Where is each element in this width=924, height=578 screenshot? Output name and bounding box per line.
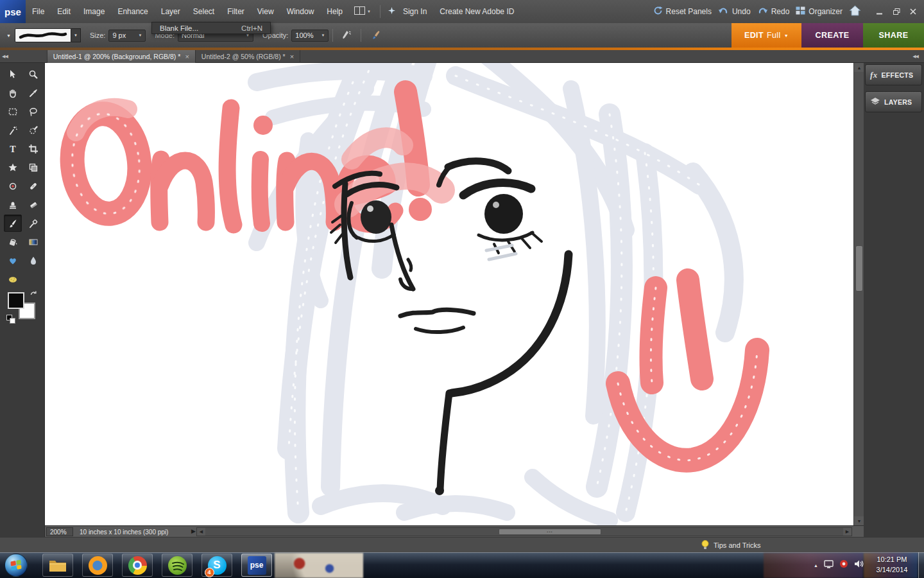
eyedropper-tool[interactable]	[24, 84, 42, 101]
taskbar-firefox-button[interactable]	[82, 554, 113, 577]
paint-bucket-tool[interactable]	[4, 233, 22, 250]
taskbar-chrome-button[interactable]	[122, 554, 153, 577]
show-desktop-button[interactable]	[918, 552, 924, 578]
undo-label: Undo	[732, 7, 751, 16]
taskbar-clock[interactable]: 10:21 PM 3/14/2014	[868, 554, 916, 575]
opacity-select[interactable]: 100%▼	[291, 30, 329, 42]
document-tab-2[interactable]: Untitled-2 @ 50% (RGB/8) * ×	[196, 50, 300, 63]
tips-and-tricks-button[interactable]: Tips and Tricks	[701, 538, 761, 553]
brush-tool[interactable]	[4, 215, 22, 232]
create-tab[interactable]: CREATE	[801, 23, 863, 48]
share-tab[interactable]: SHARE	[863, 23, 924, 48]
menu-select[interactable]: Select	[187, 0, 221, 23]
horizontal-scroll-thumb[interactable]: •••	[499, 529, 601, 535]
taskbar-spotify-button[interactable]	[162, 554, 193, 577]
close-icon[interactable]: ×	[290, 53, 294, 60]
minimize-button[interactable]	[874, 6, 886, 17]
menu-view[interactable]: View	[251, 0, 280, 23]
svg-text:T: T	[10, 144, 16, 154]
healing-brush-tool[interactable]	[24, 177, 42, 195]
menu-file[interactable]: File	[26, 0, 51, 23]
menu-image[interactable]: Image	[77, 0, 111, 23]
volume-tray-icon[interactable]	[854, 559, 865, 571]
start-button[interactable]	[4, 554, 28, 577]
move-tool[interactable]	[4, 66, 22, 83]
status-expand-icon[interactable]: ▶	[191, 528, 196, 534]
type-tool[interactable]: T	[4, 140, 22, 157]
photoshop-elements-window: pse File Edit Image Enhance Layer Select…	[0, 0, 924, 578]
crop-tool[interactable]	[24, 140, 42, 157]
antivirus-tray-icon[interactable]	[839, 559, 848, 571]
redo-button[interactable]: Redo	[757, 6, 790, 17]
drawing-canvas[interactable]	[45, 63, 853, 525]
effects-panel-header[interactable]: fx EFFECTS	[865, 64, 922, 85]
red-eye-removal-tool[interactable]	[4, 177, 22, 195]
zoom-level-field[interactable]: 200%	[46, 527, 73, 536]
vertical-scrollbar[interactable]: ▲ ▼	[853, 63, 864, 525]
hand-tool[interactable]	[4, 84, 22, 101]
zoom-tool[interactable]	[24, 66, 42, 83]
arrange-layout-button[interactable]: ▼	[349, 6, 376, 17]
collapse-left-icon[interactable]: ◀◀	[0, 54, 10, 59]
brush-settings-button[interactable]	[370, 30, 381, 41]
rectangular-marquee-tool[interactable]	[4, 103, 22, 120]
lasso-tool[interactable]	[24, 103, 42, 120]
document-tab-1[interactable]: Untitled-1 @ 200% (Background, RGB/8) * …	[47, 50, 196, 63]
menu-item-blank-file[interactable]: Blank File...	[160, 24, 198, 32]
organizer-button[interactable]: Organizer	[796, 6, 843, 17]
blur-tool[interactable]	[24, 252, 42, 269]
scroll-down-button[interactable]: ▼	[854, 516, 864, 525]
home-icon	[849, 5, 861, 18]
menu-edit[interactable]: Edit	[51, 0, 77, 23]
close-icon[interactable]: ×	[185, 53, 189, 60]
home-button[interactable]	[849, 5, 861, 18]
menu-window[interactable]: Window	[280, 0, 321, 23]
edit-tab[interactable]: EDIT Full ▼	[732, 23, 801, 48]
menu-enhance[interactable]: Enhance	[111, 0, 154, 23]
sponge-tool[interactable]	[4, 270, 22, 288]
menu-layer[interactable]: Layer	[155, 0, 187, 23]
eraser-tool[interactable]	[24, 196, 42, 213]
airbrush-icon	[342, 30, 352, 40]
system-tray: ▲	[814, 552, 865, 578]
foreground-color-swatch[interactable]	[8, 292, 24, 309]
close-button[interactable]	[907, 6, 919, 17]
brush-stroke-icon	[17, 30, 69, 41]
brush-stroke-preview[interactable]	[15, 28, 71, 42]
brush-size-select[interactable]: 9 px▼	[108, 30, 146, 42]
scroll-left-button[interactable]: ◀	[197, 528, 205, 536]
vertical-scroll-thumb[interactable]	[855, 245, 863, 292]
layers-panel-header[interactable]: LAYERS	[865, 91, 922, 112]
scroll-right-button[interactable]: ▶	[843, 528, 851, 536]
undo-button[interactable]: Undo	[718, 6, 751, 17]
create-adobe-id-link[interactable]: Create New Adobe ID	[433, 0, 520, 23]
lightbulb-icon	[701, 539, 710, 552]
restore-button[interactable]	[891, 6, 902, 17]
reset-panels-button[interactable]: Reset Panels	[653, 6, 712, 17]
scroll-up-button[interactable]: ▲	[854, 63, 864, 72]
clone-stamp-tool[interactable]	[4, 196, 22, 213]
sign-in-link[interactable]: Sign In	[397, 0, 433, 23]
divider	[380, 5, 381, 18]
magic-wand-tool[interactable]	[4, 121, 22, 139]
show-hidden-icons-button[interactable]: ▲	[814, 563, 818, 568]
gradient-tool[interactable]	[24, 233, 42, 250]
airbrush-button[interactable]	[342, 30, 352, 40]
menu-help[interactable]: Help	[320, 0, 349, 23]
panel-bin: fx EFFECTS LAYERS	[864, 63, 924, 537]
quick-selection-tool[interactable]	[24, 121, 42, 139]
taskbar-skype-button[interactable]: S 4	[201, 554, 232, 577]
straighten-tool[interactable]	[24, 159, 42, 176]
horizontal-scrollbar[interactable]: ◀ ••• ▶	[196, 527, 852, 536]
brush-picker-caret[interactable]: ▼	[71, 28, 81, 42]
menu-filter[interactable]: Filter	[221, 0, 251, 23]
collapse-panels-icon[interactable]: ◀◀	[911, 54, 920, 59]
swap-colors-icon[interactable]	[30, 290, 38, 301]
taskbar-photoshop-elements-button[interactable]: pse	[241, 554, 272, 577]
display-tray-icon[interactable]	[824, 559, 834, 571]
taskbar-explorer-button[interactable]	[42, 554, 73, 577]
smart-brush-tool[interactable]	[24, 215, 42, 232]
tool-options-caret-icon[interactable]: ▼	[6, 33, 11, 38]
shape-tool[interactable]	[4, 252, 22, 269]
cookie-cutter-tool[interactable]	[4, 159, 22, 176]
